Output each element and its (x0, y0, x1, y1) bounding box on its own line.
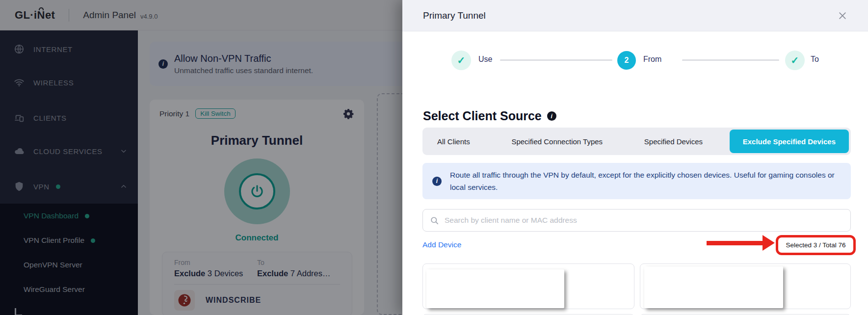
tab-all-clients[interactable]: All Clients (422, 137, 485, 146)
add-device-link[interactable]: Add Device (422, 240, 461, 249)
step-use-label[interactable]: Use (478, 55, 492, 64)
info-icon: i (432, 177, 442, 186)
step-to-circle[interactable]: ✓ (785, 51, 805, 70)
app-root: GL·iNet Admin Panel v4.9.0 INTERNET WIRE… (0, 0, 868, 315)
search-icon (430, 216, 439, 225)
drawer-title: Primary Tunnel (423, 10, 486, 21)
annotation-arrow (707, 241, 763, 245)
step-connector (500, 59, 612, 61)
alert-text: Route all traffic through the VPN by def… (450, 169, 838, 193)
info-alert: i Route all traffic through the VPN by d… (422, 163, 851, 199)
tab-specified-devices[interactable]: Specified Devices (630, 137, 717, 146)
step-from-circle[interactable]: 2 (617, 51, 636, 70)
selected-total-badge: Selected 3 / Total 76 (776, 235, 856, 255)
check-icon: ✓ (791, 54, 799, 66)
redaction-patch (426, 269, 564, 308)
step-from-label[interactable]: From (643, 55, 661, 64)
primary-tunnel-drawer: Primary Tunnel ✓ Use 2 From ✓ To Sel (402, 0, 868, 315)
info-icon[interactable]: i (547, 111, 556, 121)
tab-specified-connection-types[interactable]: Specified Connection Types (497, 137, 617, 146)
section-heading: Select Client Source i (423, 109, 556, 123)
tab-exclude-specified-devices[interactable]: Exclude Specified Devices (730, 130, 849, 153)
annotation-arrow-head (763, 235, 775, 251)
drawer-header: Primary Tunnel (402, 0, 868, 31)
device-card[interactable] (640, 263, 851, 309)
step-use-circle[interactable]: ✓ (451, 51, 471, 70)
check-icon: ✓ (457, 54, 466, 66)
drawer-body: ✓ Use 2 From ✓ To Select Client Source i… (402, 31, 868, 315)
selected-total-text: Selected 3 / Total 76 (786, 241, 845, 249)
heading-text: Select Client Source (423, 109, 542, 123)
search-input[interactable] (445, 216, 850, 225)
client-source-tabs: All Clients Specified Connection Types S… (422, 128, 851, 155)
search-bar (422, 209, 851, 232)
close-icon[interactable] (838, 11, 847, 21)
step-connector (682, 59, 779, 61)
redaction-patch (644, 266, 783, 308)
step-number: 2 (625, 56, 629, 65)
step-to-label[interactable]: To (811, 55, 819, 64)
device-card[interactable] (422, 263, 634, 309)
